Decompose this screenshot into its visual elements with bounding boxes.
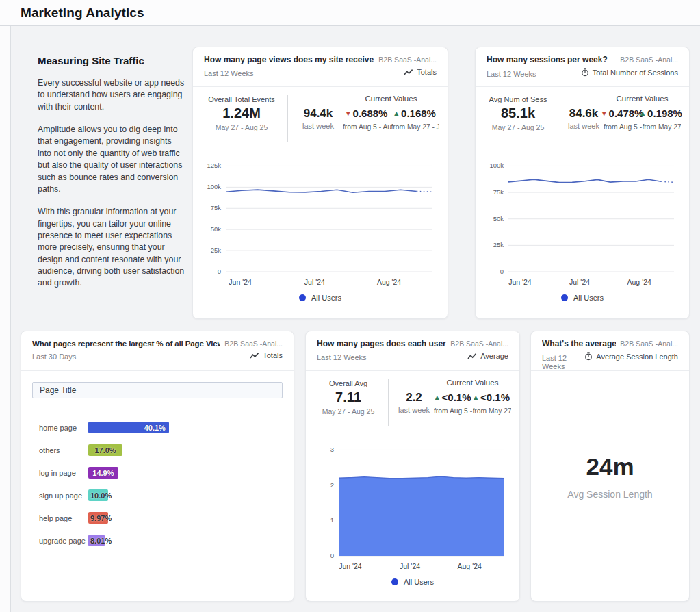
- metric-type: Totals: [250, 351, 283, 359]
- svg-text:2: 2: [330, 481, 334, 489]
- metric-type: Totals: [404, 68, 437, 76]
- svg-text:100k: 100k: [489, 162, 504, 169]
- metric-type: Total Number of Sessions: [581, 68, 678, 77]
- source-link[interactable]: B2B SaaS -Anal...: [620, 55, 678, 64]
- change-value: 0.168%: [401, 107, 436, 119]
- stat-range: May 27 - Aug 25: [492, 123, 544, 131]
- page-header: Marketing Analytics: [0, 0, 700, 26]
- change-caption: from Aug 5 - Aug 11: [343, 123, 391, 131]
- card-header: What's the average se... B2B SaaS -Anal.…: [531, 331, 689, 371]
- last-week-value: 2.2: [406, 391, 422, 405]
- last-week-value: 84.6k: [569, 107, 599, 120]
- row-label: others: [39, 446, 88, 455]
- stat-range: May 27 - Aug 25: [322, 407, 374, 416]
- svg-text:1: 1: [330, 516, 334, 524]
- svg-text:Jun '24: Jun '24: [229, 278, 252, 286]
- svg-text:75k: 75k: [211, 204, 222, 212]
- divider: [388, 379, 389, 426]
- left-rail: [0, 0, 11, 612]
- change-caption: from May 27 - Jun 2: [473, 407, 512, 415]
- card-header: How many page views does my site receive…: [193, 47, 448, 87]
- source-link[interactable]: B2B SaaS -Anal...: [450, 340, 508, 348]
- svg-text:Aug '24: Aug '24: [458, 562, 482, 570]
- stopwatch-icon: [581, 68, 589, 77]
- svg-text:25k: 25k: [493, 241, 504, 248]
- page-views-chart[interactable]: 125k100k75k50k25k0Jun '24Jul '24Aug '24: [201, 149, 439, 290]
- change-arrow-icon: ▴: [641, 110, 645, 117]
- svg-text:3: 3: [330, 446, 334, 453]
- metric-type: Average: [467, 352, 508, 360]
- source-link[interactable]: B2B SaaS -Anal...: [620, 340, 678, 348]
- svg-text:Jul '24: Jul '24: [400, 562, 420, 570]
- change-caption: from May 27 - Jun 2: [391, 123, 440, 131]
- date-range-label: Last 12 Weeks: [204, 69, 254, 77]
- big-metric: 24m Avg Session Length: [531, 453, 689, 500]
- card-avg-session-length: What's the average se... B2B SaaS -Anal.…: [530, 331, 690, 602]
- card-header: How many pages does each user view ... B…: [306, 331, 519, 371]
- card-title[interactable]: How many sessions per week?: [487, 55, 616, 64]
- card-top-pages: What pages represent the largest % of al…: [21, 331, 294, 602]
- svg-text:75k: 75k: [493, 188, 504, 196]
- bar-sign-up-page[interactable]: 10.0%: [88, 489, 108, 501]
- legend-dot-icon: [391, 578, 398, 585]
- card-sessions: How many sessions per week? B2B SaaS -An…: [475, 47, 690, 319]
- change-arrow-icon: ▾: [346, 110, 350, 117]
- metric-type: Average Session Length: [584, 352, 678, 361]
- stat-value: 7.11: [335, 390, 361, 405]
- card-header: What pages represent the largest % of al…: [21, 331, 294, 371]
- pages-per-user-chart[interactable]: 3210Jun '24Jul '24Aug '24: [314, 433, 511, 574]
- table-row: others 17.0%: [21, 439, 294, 461]
- trend-icon: [404, 68, 413, 76]
- change-arrow-icon: ▴: [474, 394, 478, 401]
- stat-value: 85.1k: [501, 105, 535, 121]
- row-label: sign up page: [39, 492, 88, 500]
- change-caption: from Aug 5 - Aug 11: [434, 407, 473, 415]
- date-range-label: Last 30 Days: [32, 353, 76, 361]
- card-title[interactable]: What pages represent the largest % of al…: [32, 339, 220, 348]
- bar-upgrade-page[interactable]: 8.01%: [88, 535, 105, 546]
- current-values-label: Current Values: [617, 94, 669, 103]
- dashboard-page: Marketing Analytics Measuring Site Traff…: [0, 0, 700, 612]
- bar-others[interactable]: 17.0%: [88, 444, 122, 456]
- bar-help-page[interactable]: 9.97%: [88, 512, 108, 524]
- source-link[interactable]: B2B SaaS -Anal...: [224, 340, 283, 348]
- svg-text:0: 0: [500, 268, 504, 275]
- card-header: How many sessions per week? B2B SaaS -An…: [476, 47, 689, 87]
- svg-text:Aug '24: Aug '24: [627, 278, 651, 286]
- svg-text:125k: 125k: [207, 162, 221, 169]
- current-values-label: Current Values: [447, 379, 499, 387]
- bar-home-page[interactable]: 40.1%: [88, 422, 169, 433]
- source-link[interactable]: B2B SaaS -Anal...: [378, 55, 437, 64]
- stats-row: Overall Total Events 1.24M May 27 - Aug …: [193, 87, 448, 146]
- stat-label: Avg Num of Sess: [489, 95, 547, 103]
- stat-range: May 27 - Aug 25: [216, 123, 268, 131]
- intro-paragraph: Amplitude allows you to dig deep into th…: [38, 124, 187, 195]
- legend-dot-icon: [561, 294, 568, 301]
- card-title[interactable]: How many page views does my site receive…: [204, 55, 374, 64]
- last-week-value: 94.4k: [304, 107, 333, 120]
- card-pages-per-user: How many pages does each user view ... B…: [305, 331, 520, 602]
- table-row: sign up page 10.0%: [21, 484, 294, 507]
- change-arrow-icon: ▾: [602, 110, 606, 117]
- legend-all-users[interactable]: All Users: [476, 294, 689, 302]
- table-row: log in page 14.9%: [21, 461, 294, 484]
- legend-dot-icon: [299, 294, 306, 301]
- avg-session-length-caption: Avg Session Length: [567, 489, 652, 500]
- intro-paragraph: Every successful website or app needs to…: [38, 77, 187, 113]
- legend-all-users[interactable]: All Users: [193, 294, 448, 302]
- legend-all-users[interactable]: All Users: [306, 578, 519, 586]
- stat-value: 1.24M: [222, 105, 261, 121]
- date-range-label: Last 12 Weeks: [542, 354, 584, 370]
- change-caption: from May 27 - Jun 2: [643, 123, 682, 131]
- row-label: upgrade page: [39, 537, 88, 545]
- card-title[interactable]: How many pages does each user view ...: [317, 339, 446, 348]
- last-week-label: last week: [302, 122, 334, 130]
- change-value: 0.198%: [647, 107, 682, 119]
- sessions-chart[interactable]: 100k75k50k25k0Jun '24Jul '24Aug '24: [484, 149, 681, 290]
- bar-log-in-page[interactable]: 14.9%: [88, 467, 118, 479]
- change-value: <0.1%: [442, 392, 471, 403]
- row-label: help page: [39, 514, 88, 522]
- table-column-header[interactable]: Page Title: [32, 382, 283, 398]
- svg-text:Jul '24: Jul '24: [304, 278, 325, 286]
- card-title[interactable]: What's the average se...: [542, 339, 616, 348]
